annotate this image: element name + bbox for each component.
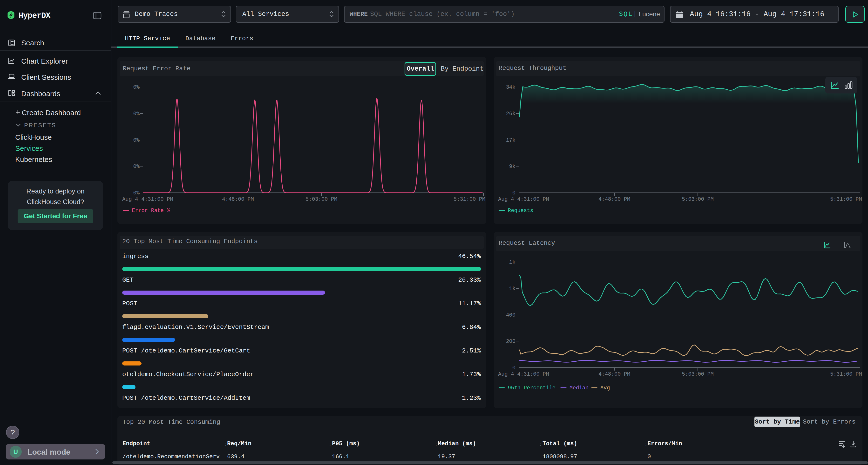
svg-text:0%: 0% <box>133 137 140 143</box>
svg-text:5:31:00 PM: 5:31:00 PM <box>454 196 485 202</box>
svg-text:1k: 1k <box>509 286 516 292</box>
svg-text:4:48:00 PM: 4:48:00 PM <box>222 196 254 202</box>
svg-text:Aug 4 4:31:00 PM: Aug 4 4:31:00 PM <box>122 196 173 202</box>
svg-text:5:31:00 PM: 5:31:00 PM <box>830 371 862 377</box>
svg-text:4:48:00 PM: 4:48:00 PM <box>598 371 630 377</box>
svg-text:5:31:00 PM: 5:31:00 PM <box>830 196 862 202</box>
svg-text:5:03:00 PM: 5:03:00 PM <box>306 196 337 202</box>
svg-text:0%: 0% <box>133 111 140 117</box>
svg-text:Aug 4 4:31:00 PM: Aug 4 4:31:00 PM <box>498 371 549 377</box>
svg-text:0%: 0% <box>133 164 140 170</box>
svg-text:4:48:00 PM: 4:48:00 PM <box>598 196 630 202</box>
svg-text:0: 0 <box>513 190 516 196</box>
svg-text:34k: 34k <box>506 84 516 90</box>
svg-text:5:03:00 PM: 5:03:00 PM <box>682 371 714 377</box>
svg-text:0%: 0% <box>133 190 140 196</box>
svg-text:Aug 4 4:31:00 PM: Aug 4 4:31:00 PM <box>498 196 549 202</box>
svg-text:1k: 1k <box>509 259 516 265</box>
svg-text:400: 400 <box>506 312 516 318</box>
svg-text:200: 200 <box>506 338 516 344</box>
svg-text:9k: 9k <box>509 164 516 170</box>
svg-text:26k: 26k <box>506 111 516 117</box>
svg-text:17k: 17k <box>506 137 516 143</box>
svg-text:5:03:00 PM: 5:03:00 PM <box>682 196 714 202</box>
svg-text:0%: 0% <box>133 84 140 90</box>
svg-text:0: 0 <box>513 365 516 371</box>
